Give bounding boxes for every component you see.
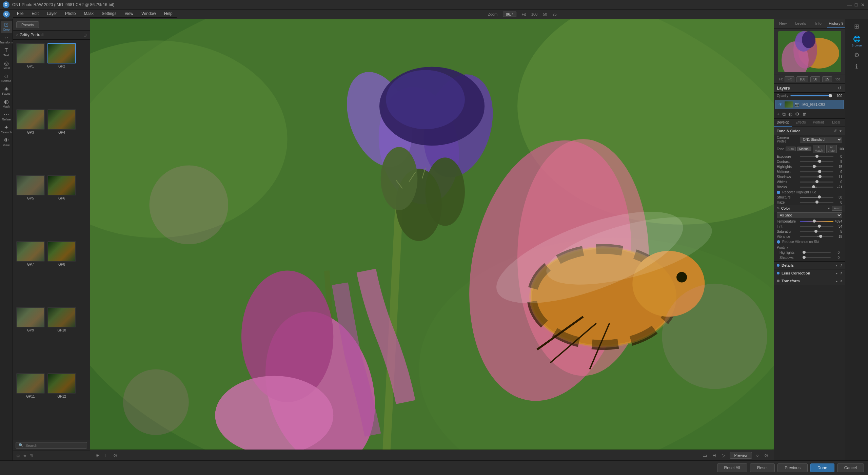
reset-button[interactable]: Reset bbox=[750, 463, 775, 472]
tool-mask[interactable]: ◐ Mask bbox=[1, 98, 12, 110]
camera-profile-select[interactable]: ON1 Standard bbox=[800, 137, 842, 142]
tone-aimatch-btn[interactable]: Ai Match bbox=[813, 145, 825, 153]
tone-color-header[interactable]: Tone & Color ↺ ▼ bbox=[774, 127, 845, 135]
maximize-button[interactable]: □ bbox=[854, 2, 859, 7]
layer-settings-icon[interactable]: ⚙ bbox=[795, 111, 800, 117]
preset-item-gp9[interactable]: GP9 bbox=[16, 306, 45, 371]
purity-shadows-slider[interactable] bbox=[803, 257, 831, 258]
menu-edit[interactable]: Edit bbox=[30, 11, 40, 17]
fit-25[interactable]: 25 bbox=[822, 76, 832, 82]
preset-item-gp5[interactable]: GP5 bbox=[16, 174, 45, 239]
contrast-slider[interactable] bbox=[800, 161, 833, 162]
layer-add-icon[interactable]: + bbox=[777, 111, 780, 117]
details-reset-icon[interactable]: ↺ bbox=[840, 264, 842, 267]
browse-item-browse[interactable]: 🌐 Browse bbox=[847, 33, 867, 49]
tool-faces[interactable]: ◈ Faces bbox=[1, 85, 12, 97]
tool-view[interactable]: 👁 View bbox=[1, 136, 12, 149]
menu-window[interactable]: Window bbox=[140, 11, 157, 17]
layers-reset-icon[interactable]: ↺ bbox=[837, 86, 842, 91]
tab-new[interactable]: New bbox=[774, 19, 792, 28]
preset-item-gp4[interactable]: GP4 bbox=[47, 109, 77, 173]
details-header[interactable]: Details ▸ ↺ bbox=[774, 262, 845, 269]
image-canvas[interactable] bbox=[90, 19, 774, 450]
layer-row[interactable]: 👁 📷 IMG_9681.CR2 bbox=[775, 100, 844, 109]
layer-copy-icon[interactable]: ⧉ bbox=[782, 111, 786, 117]
preset-item-gp8[interactable]: GP8 bbox=[47, 241, 77, 305]
search-input[interactable] bbox=[25, 443, 84, 448]
fit-label[interactable]: Fit bbox=[522, 12, 526, 16]
highlights-slider[interactable] bbox=[800, 166, 833, 167]
menu-photo[interactable]: Photo bbox=[64, 11, 77, 17]
cancel-button[interactable]: Cancel bbox=[837, 463, 864, 472]
presets-button[interactable]: Presets bbox=[16, 21, 39, 28]
preset-item-gp1[interactable]: GP1 bbox=[16, 42, 45, 107]
color-auto-btn[interactable]: Auto bbox=[832, 206, 842, 211]
lens-correction-header[interactable]: Lens Correction ▸ ↺ bbox=[774, 269, 845, 277]
lens-correction-reset-icon[interactable]: ↺ bbox=[840, 271, 842, 275]
layers-header[interactable]: Layers ↺ bbox=[774, 84, 845, 93]
preset-item-gp6[interactable]: GP6 bbox=[47, 174, 77, 239]
reset-all-button[interactable]: Reset All bbox=[717, 463, 747, 472]
saturation-slider[interactable] bbox=[800, 231, 833, 232]
tool-transform[interactable]: ↔ Transform bbox=[1, 34, 12, 46]
browse-item-settings[interactable]: ⚙ bbox=[847, 49, 867, 61]
structure-slider[interactable] bbox=[800, 197, 833, 198]
tool-local[interactable]: ◎ Local bbox=[1, 59, 12, 72]
temperature-slider[interactable] bbox=[800, 221, 833, 222]
preset-item-gp11[interactable]: GP11 bbox=[16, 373, 45, 437]
reduce-vibrance-checkbox[interactable] bbox=[777, 240, 780, 244]
tint-slider[interactable] bbox=[800, 226, 833, 227]
menu-help[interactable]: Help bbox=[163, 11, 174, 17]
develop-tab-portrait[interactable]: Portrait bbox=[810, 119, 827, 127]
tool-portrait[interactable]: ☺ Portrait bbox=[1, 72, 12, 84]
tool-refine[interactable]: ⋯ Refine bbox=[1, 111, 12, 123]
minimize-button[interactable]: — bbox=[847, 2, 852, 7]
vibrance-slider[interactable] bbox=[800, 236, 833, 237]
midtones-slider[interactable] bbox=[800, 171, 833, 172]
purity-highlights-slider[interactable] bbox=[803, 252, 831, 253]
menu-file[interactable]: File bbox=[16, 11, 25, 17]
tab-info[interactable]: Info bbox=[810, 19, 827, 28]
tone-auto-btn[interactable]: Auto bbox=[786, 147, 796, 151]
layer-delete-icon[interactable]: 🗑 bbox=[802, 111, 807, 117]
whites-slider[interactable] bbox=[800, 182, 833, 183]
menu-mask[interactable]: Mask bbox=[82, 11, 95, 17]
opacity-slider[interactable] bbox=[790, 95, 832, 96]
fit-50[interactable]: 50 bbox=[810, 76, 820, 82]
transform-header[interactable]: Transform ▸ ↺ bbox=[774, 277, 845, 285]
tone-allauto-btn[interactable]: All Auto bbox=[826, 145, 837, 153]
layer-mask-icon[interactable]: ◐ bbox=[788, 111, 792, 117]
layer-visibility-icon[interactable]: 👁 bbox=[778, 102, 783, 107]
develop-tab-develop[interactable]: Develop bbox=[774, 119, 792, 127]
tool-retouch[interactable]: ✦ Retouch bbox=[1, 124, 12, 136]
tab-levels[interactable]: Levels bbox=[792, 19, 809, 28]
preset-item-gp7[interactable]: GP7 bbox=[16, 241, 45, 305]
blacks-slider[interactable] bbox=[800, 187, 833, 188]
done-button[interactable]: Done bbox=[810, 463, 834, 472]
menu-settings[interactable]: Settings bbox=[100, 11, 118, 17]
previous-button[interactable]: Previous bbox=[777, 463, 808, 472]
close-button[interactable]: ✕ bbox=[861, 2, 865, 7]
haze-slider[interactable] bbox=[800, 202, 833, 203]
transform-reset-icon[interactable]: ↺ bbox=[840, 279, 842, 283]
preset-item-gp2[interactable]: GP2 bbox=[47, 42, 77, 107]
recover-highlight-checkbox[interactable] bbox=[777, 191, 780, 194]
fit-100[interactable]: 100 bbox=[796, 76, 808, 82]
tool-crop[interactable]: ⊡ Crop bbox=[1, 21, 12, 33]
menu-layer[interactable]: Layer bbox=[45, 11, 58, 17]
preset-item-gp10[interactable]: GP10 bbox=[47, 306, 77, 371]
category-header[interactable]: ‹ Gritty Portrait ⊞ bbox=[13, 31, 90, 40]
tool-text[interactable]: T Text bbox=[1, 46, 12, 59]
shadows-slider[interactable] bbox=[800, 176, 833, 177]
menu-view[interactable]: View bbox=[123, 11, 135, 17]
develop-tab-local[interactable]: Local bbox=[827, 119, 845, 127]
zoom-100[interactable]: 100 bbox=[531, 12, 537, 16]
preset-item-gp12[interactable]: GP12 bbox=[47, 373, 77, 437]
tone-manual-btn[interactable]: Manual bbox=[797, 147, 811, 151]
zoom-25[interactable]: 25 bbox=[552, 12, 556, 16]
preset-item-gp3[interactable]: GP3 bbox=[16, 109, 45, 173]
white-balance-select[interactable]: As Shot bbox=[777, 212, 842, 218]
develop-tab-effects[interactable]: Effects bbox=[792, 119, 809, 127]
color-section-header[interactable]: ✎ Color ▼ Auto bbox=[774, 205, 845, 212]
preview-button[interactable]: Preview bbox=[730, 452, 752, 459]
